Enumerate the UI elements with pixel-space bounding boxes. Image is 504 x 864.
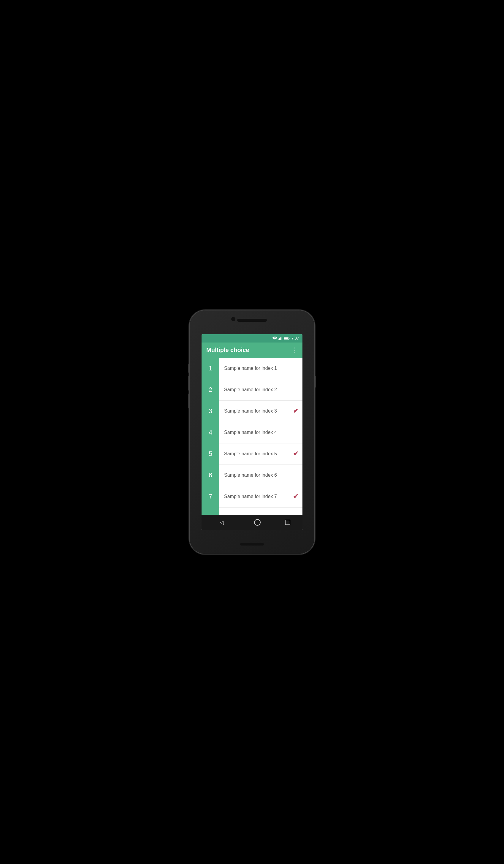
battery-icon	[284, 337, 290, 340]
item-number: 3	[209, 407, 212, 415]
svg-rect-7	[284, 337, 288, 339]
list-item[interactable]: 3Sample name for index 3✔	[202, 401, 302, 422]
item-label: Sample name for index 6	[219, 472, 302, 478]
list-item[interactable]: 6Sample name for index 6	[202, 465, 302, 486]
item-label: Sample name for index 7	[219, 494, 293, 499]
item-number: 4	[209, 429, 212, 436]
item-number: 1	[209, 364, 212, 372]
back-button[interactable]: ◁	[214, 517, 230, 528]
more-options-icon[interactable]: ⋮	[291, 346, 298, 354]
svg-rect-1	[278, 339, 279, 340]
item-number-box: 6	[202, 465, 219, 486]
list-item[interactable]: 1Sample name for index 1	[202, 358, 302, 379]
item-number-box: 4	[202, 422, 219, 443]
list-item[interactable]: 2Sample name for index 2	[202, 379, 302, 401]
item-number-box: 2	[202, 379, 219, 400]
svg-rect-8	[289, 337, 289, 339]
signal-icon	[278, 337, 283, 340]
item-label: Sample name for index 5	[219, 451, 293, 456]
svg-rect-2	[279, 338, 280, 340]
item-number: 7	[209, 493, 212, 501]
side-button-vol-up	[188, 364, 189, 373]
recents-button[interactable]	[285, 520, 290, 525]
item-check-icon: ✔	[293, 450, 302, 458]
item-label: Sample name for index 4	[219, 430, 302, 435]
status-bar: 7:07	[202, 334, 302, 343]
item-label: Sample name for index 1	[219, 366, 302, 371]
phone-speaker	[237, 319, 267, 322]
wifi-icon	[273, 337, 277, 340]
nav-bar: ◁	[202, 515, 302, 530]
list-item[interactable]: 8Sample name for index 8	[202, 507, 302, 515]
phone-bottom-speaker	[240, 543, 264, 545]
list-container: 1Sample name for index 12Sample name for…	[202, 358, 302, 515]
app-bar: Multiple choice ⋮	[202, 343, 302, 358]
list-item[interactable]: 4Sample name for index 4	[202, 422, 302, 443]
list-item[interactable]: 7Sample name for index 7✔	[202, 486, 302, 507]
item-number-box: 7	[202, 486, 219, 507]
item-check-icon: ✔	[293, 493, 302, 501]
item-label: Sample name for index 2	[219, 387, 302, 392]
svg-rect-3	[280, 337, 280, 340]
item-number: 5	[209, 450, 212, 458]
phone-camera	[231, 317, 236, 321]
item-number: 6	[209, 471, 212, 479]
status-icons	[273, 337, 290, 340]
item-check-icon: ✔	[293, 407, 302, 415]
item-number: 2	[209, 386, 212, 394]
item-number-box: 3	[202, 400, 219, 422]
svg-point-0	[274, 339, 275, 340]
status-time: 7:07	[291, 336, 299, 340]
list-item[interactable]: 5Sample name for index 5✔	[202, 443, 302, 465]
item-number-box: 1	[202, 358, 219, 379]
svg-rect-4	[281, 337, 281, 340]
phone-frame: 7:07 Multiple choice ⋮ 1Sample name for …	[190, 311, 314, 554]
item-label: Sample name for index 3	[219, 408, 293, 414]
side-button-vol-mute	[188, 394, 189, 408]
home-button[interactable]	[254, 519, 261, 526]
svg-rect-5	[282, 337, 282, 340]
item-number-box: 8	[202, 507, 219, 515]
item-number-box: 5	[202, 443, 219, 465]
side-button-vol-down	[188, 376, 189, 391]
side-button-power	[315, 376, 316, 388]
phone-screen: 7:07 Multiple choice ⋮ 1Sample name for …	[202, 334, 302, 530]
app-title: Multiple choice	[206, 347, 291, 353]
